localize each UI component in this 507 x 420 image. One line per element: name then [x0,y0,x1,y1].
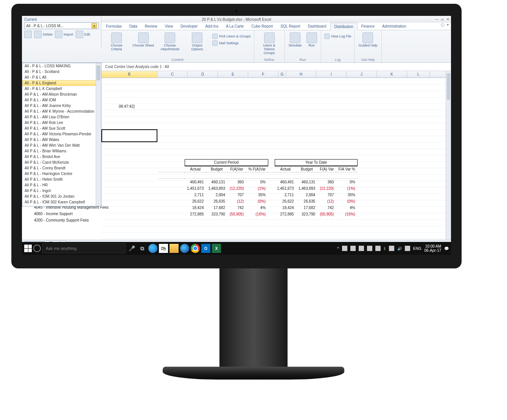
chrome-icon[interactable] [191,244,200,253]
taskbar-search[interactable]: Ask me anything [42,243,126,253]
view-log-file-button[interactable]: View Log File [323,33,352,39]
minimize-button[interactable]: — [435,17,439,21]
column-header[interactable]: C [157,71,188,77]
tray-keyboard-icon[interactable] [405,246,410,251]
dropdown-item[interactable]: All - P & L K Campbell [22,86,101,91]
column-header[interactable]: K [377,71,407,77]
dropdown-item[interactable]: All P & L - Conny Brandt [22,165,101,171]
scrollbar-thumb[interactable] [447,73,450,100]
column-header[interactable]: L [407,71,430,77]
tray-volume-icon[interactable]: 🔊 [397,246,402,251]
dropdown-item[interactable]: All P & L - AM K Wynne - Accommodation [22,108,101,114]
dropdown-item[interactable]: All P & L - AM IOM [22,97,101,103]
tab-a-la-carte[interactable]: A La Carte [222,23,247,30]
excel-taskbar-icon[interactable]: X [212,244,221,253]
column-header[interactable]: F [248,71,278,77]
dropdown-item[interactable]: All P & L - IOM 302 Karen Campbell [22,199,101,205]
action-center-icon[interactable]: 💬 [444,246,449,251]
dropdown-item[interactable]: All P & L - Brian Williams [22,148,101,154]
tray-bluetooth-icon[interactable]: ᛒ [384,246,386,251]
outlook-icon[interactable]: O [201,244,210,253]
tab-administration[interactable]: Administration [378,23,410,30]
ribbon-min-icon[interactable]: ▾ [447,23,449,30]
tab-view[interactable]: View [161,23,177,30]
column-header[interactable]: E [218,71,248,77]
dropdown-item[interactable]: All P & L - Carol McKenzie [22,160,101,165]
dropdown-item[interactable]: All - P & L - Scotland [22,69,101,74]
current-dropdown-list[interactable]: All - P & L - LOSS MAKINGAll - P & L - S… [22,63,101,206]
tray-defender-icon[interactable] [342,246,347,251]
tab-distribution[interactable]: Distribution [330,23,358,30]
tab-formulas[interactable]: Formulas [102,23,126,30]
dropdown-item[interactable]: All P & L - HR [22,182,101,188]
file-explorer-icon[interactable] [170,244,179,253]
dropdown-item[interactable]: All P & L - IOM 301 Jo Jordan [22,194,101,199]
output-options-button[interactable]: Output Options [184,32,210,52]
system-tray[interactable]: ^ ᛒ 🔊 ENG 10:00 AM 06-Apr-17 💬 [337,244,449,253]
dropdown-item[interactable]: All P & L - Harrington Centre [22,171,101,177]
tab-review[interactable]: Review [141,23,161,30]
dropdown-item[interactable]: All P & L - IOM 304 Andrea Baskell [22,205,101,206]
tray-chevron-up-icon[interactable]: ^ [337,246,339,251]
choose-attachments-button[interactable]: Choose Attachments [157,32,183,52]
close-button[interactable]: ✕ [446,17,449,21]
choose-sheet-button[interactable]: Choose Sheet [131,32,156,48]
taskbar-clock[interactable]: 10:00 AM 06-Apr-17 [425,244,441,253]
tray-battery-icon[interactable] [375,246,381,251]
edge-icon[interactable] [180,244,189,253]
dropdown-item[interactable]: All P & L - AM Lisa O'Brien [22,114,101,120]
cortana-icon[interactable] [33,245,41,252]
tab-developer[interactable]: Developer [177,23,202,30]
dropdown-item[interactable]: All P & L - Bristol Ave [22,154,101,160]
column-headers[interactable]: BCDEFGHIJKL [101,71,446,78]
tab-sql-report[interactable]: SQL Report [277,23,304,30]
import-button[interactable]: Import [55,31,73,38]
simulate-button[interactable]: Simulate [287,32,303,48]
restore-button[interactable]: ▭ [441,17,444,21]
tray-network-icon[interactable] [389,246,394,251]
dropdown-scrollbar[interactable] [96,63,101,206]
dropdown-item[interactable]: All - P & L - LOSS MAKING [22,63,101,69]
dropdown-item[interactable]: All - P & L England [22,80,101,86]
tab-dashboard[interactable]: Dashboard [304,23,330,30]
mail-settings-button[interactable]: Mail Settings [212,40,252,46]
tray-app-icon[interactable] [359,246,364,251]
help-icon[interactable]: ⓘ [441,23,445,30]
users-tokens-groups-button[interactable]: Users & Tokens Groups [257,32,282,56]
column-header[interactable]: B [101,71,157,77]
mic-icon[interactable]: 🎤 [127,244,136,253]
task-view-icon[interactable]: ⧉ [138,244,147,253]
column-header[interactable]: J [347,71,377,77]
dropdown-item[interactable]: All P & L - AM Rob Lee [22,120,101,126]
tab-add-ins[interactable]: Add-Ins [202,23,222,30]
column-header[interactable]: I [316,71,347,77]
chevron-down-icon[interactable]: ▾ [92,23,97,28]
choose-criteria-button[interactable]: Choose Criteria [104,32,129,52]
vertical-scrollbar[interactable] [446,71,451,240]
dropdown-item[interactable]: All P & L - AM Alison Brockman [22,91,101,97]
dropdown-item[interactable]: All P & L - AM Joanne Kirby [22,103,101,108]
column-header[interactable]: H [286,71,316,77]
scrollbar-thumb[interactable] [96,65,100,81]
tab-data[interactable]: Data [126,23,141,30]
dropdown-item[interactable]: All P & L - AM Victoria Plowman-Pender [22,131,101,137]
tray-lang[interactable]: ENG [413,246,421,251]
dropdown-item[interactable]: All - P & L All [22,74,101,80]
delete-button[interactable]: Delete [34,31,53,38]
new-button[interactable] [24,31,32,38]
current-combo[interactable]: All - P & L - LOSS M... ▾ [24,22,99,29]
column-header[interactable]: D [188,71,218,77]
tray-app2-icon[interactable] [367,246,372,251]
dropdown-item[interactable]: All P & L - Helen Smith [22,177,101,182]
tab-cube-report[interactable]: Cube Report [247,23,277,30]
ie-icon[interactable] [148,244,157,253]
tab-finance[interactable]: Finance [358,23,379,30]
run-button[interactable]: Run [305,32,319,48]
dropdown-item[interactable]: All P & L - AM Wim Van Der Watt [22,143,101,148]
guided-help-button[interactable]: Guided Help [357,32,379,48]
dropdown-item[interactable]: All P & L - AM Sue Scott [22,126,101,131]
column-header[interactable]: G [278,71,286,77]
start-button[interactable] [24,245,32,252]
tray-onedrive-icon[interactable] [350,246,356,251]
dropdown-item[interactable]: All P & L - Ingot [22,188,101,194]
